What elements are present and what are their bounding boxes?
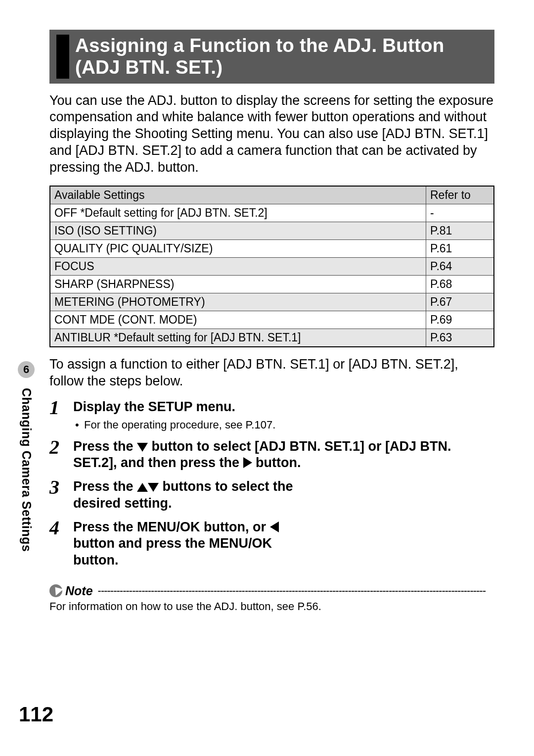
- table-row: CONT MDE (CONT. MODE)P.69: [50, 311, 494, 329]
- table-cell-setting: FOCUS: [50, 258, 426, 276]
- table-row: SHARP (SHARPNESS)P.68: [50, 276, 494, 293]
- title-marker: [56, 35, 69, 79]
- section-title: Assigning a Function to the ADJ. Button …: [75, 35, 488, 79]
- table-cell-setting: ANTIBLUR *Default setting for [ADJ BTN. …: [50, 329, 426, 347]
- settings-table: Available Settings Refer to OFF *Default…: [49, 186, 494, 347]
- table-cell-ref: P.67: [426, 293, 494, 311]
- table-row: METERING (PHOTOMETRY)P.67: [50, 293, 494, 311]
- note-text: For information on how to use the ADJ. b…: [49, 600, 494, 613]
- table-cell-ref: P.63: [426, 329, 494, 347]
- step-4: Press the MENU/OK button, or button and …: [49, 519, 494, 569]
- step-2-post: button.: [252, 455, 301, 470]
- step-1-head: Display the SETUP menu.: [73, 399, 494, 416]
- step-3-pre: Press the: [73, 479, 137, 494]
- chapter-badge: 6: [18, 361, 35, 378]
- step-4-pre: Press the MENU/OK button, or: [73, 520, 270, 534]
- section-title-block: Assigning a Function to the ADJ. Button …: [49, 30, 494, 84]
- down-triangle-icon: [137, 443, 148, 452]
- table-row: ANTIBLUR *Default setting for [ADJ BTN. …: [50, 329, 494, 347]
- step-3: Press the buttons to select the desired …: [49, 478, 494, 512]
- after-table-paragraph: To assign a function to either [ADJ BTN.…: [49, 356, 494, 390]
- table-cell-setting: CONT MDE (CONT. MODE): [50, 311, 426, 329]
- table-cell-setting: ISO (ISO SETTING): [50, 222, 426, 240]
- step-4-post: button and press the MENU/OK button.: [73, 536, 272, 567]
- down-triangle-icon: [148, 483, 159, 492]
- table-cell-ref: -: [426, 204, 494, 222]
- table-cell-setting: OFF *Default setting for [ADJ BTN. SET.2…: [50, 204, 426, 222]
- right-triangle-icon: [243, 457, 252, 468]
- note-heading-row: Note -----------------------------------…: [49, 584, 494, 598]
- step-1: Display the SETUP menu. For the operatin…: [49, 399, 494, 431]
- table-row: QUALITY (PIC QUALITY/SIZE)P.61: [50, 240, 494, 258]
- step-1-sub: For the operating procedure, see P.107.: [73, 419, 494, 431]
- table-cell-ref: P.68: [426, 276, 494, 293]
- note-label: Note: [65, 584, 93, 598]
- table-cell-setting: SHARP (SHARPNESS): [50, 276, 426, 293]
- step-2-pre: Press the: [73, 439, 137, 454]
- table-row: FOCUSP.64: [50, 258, 494, 276]
- note-icon: [49, 584, 62, 597]
- table-row: ISO (ISO SETTING)P.81: [50, 222, 494, 240]
- table-row: OFF *Default setting for [ADJ BTN. SET.2…: [50, 204, 494, 222]
- table-cell-setting: QUALITY (PIC QUALITY/SIZE): [50, 240, 426, 258]
- table-cell-setting: METERING (PHOTOMETRY): [50, 293, 426, 311]
- table-cell-ref: P.61: [426, 240, 494, 258]
- note-dashes: ----------------------------------------…: [98, 584, 494, 597]
- step-3-head: Press the buttons to select the desired …: [73, 478, 311, 512]
- intro-paragraph: You can use the ADJ. button to display t…: [49, 93, 494, 176]
- table-cell-ref: P.81: [426, 222, 494, 240]
- left-triangle-icon: [270, 521, 279, 532]
- table-cell-ref: P.64: [426, 258, 494, 276]
- side-tab: 6 Changing Camera Settings: [18, 361, 35, 552]
- steps-list: Display the SETUP menu. For the operatin…: [49, 399, 494, 569]
- up-triangle-icon: [137, 483, 148, 492]
- table-header-setting: Available Settings: [50, 186, 426, 204]
- step-2-head: Press the button to select [ADJ BTN. SET…: [73, 438, 494, 472]
- page-number: 112: [19, 703, 53, 726]
- table-header-ref: Refer to: [426, 186, 494, 204]
- step-4-head: Press the MENU/OK button, or button and …: [73, 519, 311, 569]
- step-2: Press the button to select [ADJ BTN. SET…: [49, 438, 494, 472]
- table-cell-ref: P.69: [426, 311, 494, 329]
- table-header-row: Available Settings Refer to: [50, 186, 494, 204]
- chapter-label: Changing Camera Settings: [19, 388, 34, 552]
